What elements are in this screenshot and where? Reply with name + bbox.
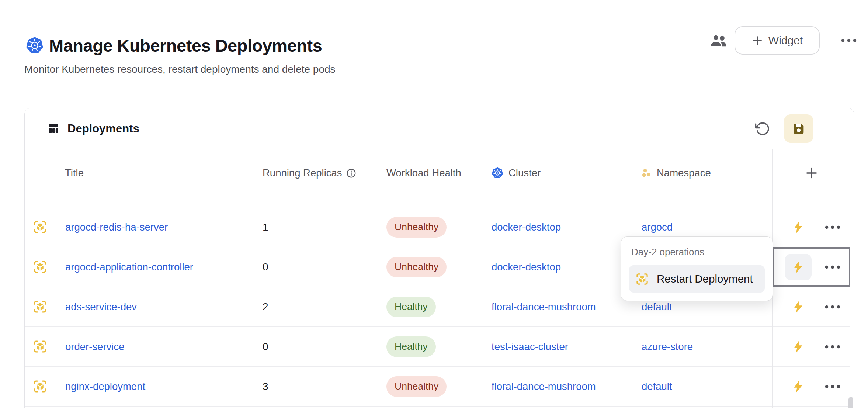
namespace-link[interactable]: argocd <box>642 221 673 233</box>
widget-header: Deployments <box>25 108 854 149</box>
table-row: nginx-deployment 3 Unhealthy floral-danc… <box>25 367 850 407</box>
row-title-cell: order-service <box>25 327 263 366</box>
cluster-link[interactable]: floral-dance-mushroom <box>492 381 596 393</box>
deployment-icon <box>33 340 47 353</box>
page-more-menu[interactable] <box>841 35 859 46</box>
table-header-row: Title Running Replicas Workload Health C… <box>25 149 850 197</box>
partial-row <box>25 197 850 207</box>
row-namespace-cell: default <box>642 367 772 406</box>
column-header-replicas[interactable]: Running Replicas <box>263 167 386 179</box>
deployment-icon <box>33 380 47 393</box>
lightning-button[interactable] <box>785 214 812 241</box>
row-replicas-cell: 3 <box>263 367 386 406</box>
column-header-health[interactable]: Workload Health <box>386 167 492 179</box>
column-header-title[interactable]: Title <box>25 167 263 179</box>
cluster-link[interactable]: docker-desktop <box>492 221 561 233</box>
cluster-link[interactable]: floral-dance-mushroom <box>492 301 596 313</box>
people-icon[interactable] <box>709 32 728 50</box>
lightning-icon <box>791 299 806 315</box>
row-cluster-cell: floral-dance-mushroom <box>492 287 642 326</box>
deployment-title-link[interactable]: order-service <box>65 341 124 353</box>
row-cluster-cell: docker-desktop <box>492 207 642 247</box>
row-health-cell: Healthy <box>386 327 492 366</box>
table-icon <box>48 123 59 134</box>
row-replicas-cell: 2 <box>263 287 386 326</box>
deployment-title-link[interactable]: argocd-application-controller <box>65 261 193 273</box>
row-health-cell: Unhealthy <box>386 247 492 287</box>
row-title-cell: ads-service-dev <box>25 287 263 326</box>
page-subtitle: Monitor Kubernetes resources, restart de… <box>24 63 336 75</box>
plus-icon <box>751 35 763 46</box>
deployment-icon <box>33 220 47 234</box>
add-widget-label: Widget <box>768 34 803 47</box>
row-more-menu[interactable] <box>825 305 840 309</box>
row-cluster-cell: docker-desktop <box>492 247 642 287</box>
lightning-icon <box>791 378 806 395</box>
rotate-ccw-icon[interactable] <box>754 121 770 136</box>
row-replicas-cell: 1 <box>263 207 386 247</box>
namespace-link[interactable]: default <box>642 301 672 313</box>
kubernetes-logo-icon <box>26 37 44 54</box>
deployment-title-link[interactable]: ads-service-dev <box>65 301 137 313</box>
ellipsis-icon <box>825 265 840 269</box>
page-title: Manage Kubernetes Deployments <box>49 35 322 56</box>
namespace-link[interactable]: default <box>642 381 672 393</box>
ellipsis-icon <box>825 385 840 388</box>
deployment-title-link[interactable]: argocd-redis-ha-server <box>65 221 168 233</box>
lightning-icon <box>791 219 806 235</box>
row-actions-cell <box>772 287 850 326</box>
day2-operations-menu: Day-2 operations Restart Deployment <box>621 236 773 301</box>
ellipsis-icon <box>825 345 840 349</box>
health-badge: Unhealthy <box>386 376 447 397</box>
ellipsis-icon <box>825 225 840 229</box>
row-actions-cell <box>772 247 850 287</box>
row-more-menu[interactable] <box>825 225 840 229</box>
namespace-dots-icon <box>642 168 652 178</box>
row-actions-cell <box>772 207 850 247</box>
menu-item-restart-deployment[interactable]: Restart Deployment <box>629 265 765 293</box>
row-title-cell: argocd-application-controller <box>25 247 263 287</box>
vertical-scrollbar[interactable] <box>848 397 853 408</box>
row-health-cell: Unhealthy <box>386 207 492 247</box>
row-replicas-cell: 0 <box>263 247 386 287</box>
row-health-cell: Unhealthy <box>386 367 492 406</box>
health-badge: Healthy <box>386 297 436 317</box>
health-badge: Unhealthy <box>386 217 447 238</box>
health-badge: Healthy <box>386 336 436 357</box>
add-column-icon <box>804 166 819 180</box>
row-actions-cell <box>772 327 850 366</box>
lightning-button[interactable] <box>785 254 812 280</box>
column-header-cluster[interactable]: Cluster <box>492 167 642 179</box>
context-menu-items: Restart Deployment <box>629 265 765 293</box>
row-more-menu[interactable] <box>825 385 840 388</box>
lightning-icon <box>791 339 806 355</box>
lightning-icon <box>791 259 806 275</box>
lightning-button[interactable] <box>785 373 812 400</box>
cluster-link[interactable]: docker-desktop <box>492 261 561 273</box>
lightning-button[interactable] <box>785 333 812 360</box>
row-title-cell: nginx-deployment <box>25 367 263 406</box>
column-header-namespace[interactable]: Namespace <box>642 167 772 179</box>
row-namespace-cell: azure-store <box>642 327 772 366</box>
deployment-icon <box>33 300 47 314</box>
deployment-title-link[interactable]: nginx-deployment <box>65 381 145 393</box>
lightning-button[interactable] <box>785 294 812 320</box>
row-replicas-cell: 0 <box>263 327 386 366</box>
save-icon <box>791 121 806 136</box>
kubernetes-icon <box>492 167 503 179</box>
row-cluster-cell: test-isaac-cluster <box>492 327 642 366</box>
info-icon[interactable] <box>346 168 356 178</box>
row-cluster-cell: floral-dance-mushroom <box>492 367 642 406</box>
deployment-icon <box>636 273 649 286</box>
add-column-button[interactable] <box>772 166 850 180</box>
namespace-link[interactable]: azure-store <box>642 341 693 353</box>
ellipsis-icon <box>825 305 840 309</box>
cluster-link[interactable]: test-isaac-cluster <box>492 341 568 353</box>
deployment-icon <box>33 260 47 274</box>
save-button[interactable] <box>784 114 813 143</box>
ellipsis-icon <box>841 39 857 42</box>
row-more-menu[interactable] <box>825 345 840 349</box>
table-row: order-service 0 Healthy test-isaac-clust… <box>25 327 850 367</box>
row-more-menu[interactable] <box>825 265 840 269</box>
add-widget-button[interactable]: Widget <box>735 26 820 55</box>
